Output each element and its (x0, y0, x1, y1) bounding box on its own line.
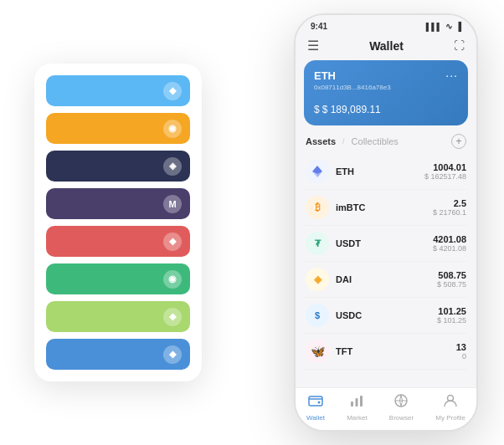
tft-usd: 0 (456, 352, 466, 361)
nav-wallet[interactable]: Wallet (306, 393, 325, 422)
menu-icon[interactable]: ☰ (307, 38, 319, 54)
nav-market[interactable]: Market (347, 393, 367, 422)
tab-separator: / (342, 137, 345, 146)
profile-nav-label: My Profile (435, 414, 465, 422)
asset-row-eth[interactable]: ETH 1004.01 $ 162517.48 (304, 154, 468, 190)
add-asset-button[interactable]: + (451, 134, 466, 149)
bar-icon: ◉ (163, 120, 182, 138)
eth-usd: $ 162517.48 (424, 172, 466, 181)
list-item[interactable]: ◆ (46, 75, 190, 106)
assets-tabs: Assets / Collectibles (306, 136, 399, 146)
list-item[interactable]: ◆ (46, 226, 190, 257)
battery-icon: ▐ (455, 22, 461, 31)
eth-card-title: ETH (314, 69, 336, 82)
svg-rect-6 (356, 398, 358, 407)
wallet-card-list: ◆ ◉ ◈ M ◆ ◉ ◆ ◆ (34, 64, 202, 381)
eth-values: 1004.01 $ 162517.48 (424, 162, 466, 181)
bottom-nav: Wallet Market Browser My Profile (296, 387, 476, 430)
nav-bar: ☰ Wallet ⛶ (296, 34, 476, 60)
status-icons: ▌▌▌ ∿ ▐ (426, 22, 461, 31)
scene: ◆ ◉ ◈ M ◆ ◉ ◆ ◆ 9:41 ▌▌▌ ∿ (18, 13, 486, 432)
imbtc-name: imBTC (336, 202, 433, 212)
imbtc-values: 2.5 $ 21760.1 (433, 198, 466, 217)
svg-rect-3 (309, 396, 322, 406)
bar-icon: ◆ (163, 233, 182, 251)
list-item[interactable]: ◉ (46, 113, 190, 144)
market-nav-label: Market (347, 414, 367, 422)
usdt-values: 4201.08 $ 4201.08 (433, 234, 466, 253)
bar-icon: ◉ (163, 270, 182, 289)
bar-icon: ◆ (163, 308, 182, 326)
browser-nav-icon (393, 393, 409, 412)
assets-header: Assets / Collectibles + (296, 134, 476, 154)
usdt-usd: $ 4201.08 (433, 244, 466, 253)
asset-row-usdc[interactable]: $ USDC 101.25 $ 101.25 (304, 298, 468, 334)
usdt-name: USDT (336, 238, 433, 248)
eth-card-more-icon[interactable]: ··· (445, 69, 458, 82)
bar-icon: ◈ (163, 157, 182, 176)
expand-icon[interactable]: ⛶ (454, 39, 465, 52)
list-item[interactable]: M (46, 188, 190, 219)
asset-row-usdt[interactable]: ₮ USDT 4201.08 $ 4201.08 (304, 226, 468, 262)
profile-nav-icon (443, 393, 458, 412)
eth-card-header: ETH ··· (314, 69, 458, 82)
usdt-icon: ₮ (306, 232, 329, 255)
wifi-icon: ∿ (445, 22, 452, 31)
tft-name: TFT (336, 346, 456, 356)
eth-wallet-card[interactable]: ETH ··· 0x08711d3B...8416a78e3 $$ 189,08… (304, 60, 468, 125)
tft-amount: 13 (456, 342, 466, 352)
nav-browser[interactable]: Browser (389, 393, 414, 422)
eth-name: ETH (336, 166, 424, 176)
svg-rect-5 (351, 402, 353, 407)
eth-address: 0x08711d3B...8416a78e3 (314, 84, 458, 91)
list-item[interactable]: ◆ (46, 301, 190, 332)
asset-row-imbtc[interactable]: ₿ imBTC 2.5 $ 21760.1 (304, 190, 468, 226)
usdc-icon: $ (306, 304, 329, 327)
usdc-name: USDC (336, 310, 437, 320)
wallet-nav-label: Wallet (306, 414, 325, 422)
svg-point-4 (318, 402, 321, 404)
bar-icon: M (163, 195, 182, 213)
imbtc-amount: 2.5 (433, 198, 466, 208)
usdc-values: 101.25 $ 101.25 (437, 306, 466, 325)
wallet-nav-icon (308, 393, 323, 412)
tab-assets[interactable]: Assets (306, 136, 336, 146)
tab-collectibles[interactable]: Collectibles (352, 136, 399, 146)
imbtc-icon: ₿ (306, 196, 329, 219)
imbtc-usd: $ 21760.1 (433, 208, 466, 217)
asset-list: ETH 1004.01 $ 162517.48 ₿ imBTC 2.5 $ 21… (296, 154, 476, 387)
usdt-amount: 4201.08 (433, 234, 466, 244)
status-bar: 9:41 ▌▌▌ ∿ ▐ (296, 15, 476, 34)
dai-icon: ◈ (306, 268, 329, 291)
nav-profile[interactable]: My Profile (435, 393, 465, 422)
page-title: Wallet (369, 39, 404, 53)
list-item[interactable]: ◉ (46, 263, 190, 294)
tft-icon: 🦋 (306, 340, 329, 363)
dai-usd: $ 508.75 (437, 280, 466, 289)
phone-frame: 9:41 ▌▌▌ ∿ ▐ ☰ Wallet ⛶ ETH ··· 0x08711d… (294, 13, 478, 432)
asset-row-dai[interactable]: ◈ DAI 508.75 $ 508.75 (304, 262, 468, 298)
bar-icon: ◆ (163, 345, 182, 364)
dai-values: 508.75 $ 508.75 (437, 270, 466, 289)
status-time: 9:41 (311, 22, 327, 31)
list-item[interactable]: ◈ (46, 151, 190, 182)
svg-rect-7 (360, 396, 363, 407)
currency-symbol: $ (314, 104, 320, 115)
list-item[interactable]: ◆ (46, 339, 190, 370)
eth-icon (306, 160, 329, 183)
tft-values: 13 0 (456, 342, 466, 361)
usdc-amount: 101.25 (437, 306, 466, 316)
browser-nav-label: Browser (389, 414, 414, 422)
dai-amount: 508.75 (437, 270, 466, 280)
bar-icon: ◆ (163, 82, 182, 100)
asset-row-tft[interactable]: 🦋 TFT 13 0 (304, 334, 468, 370)
eth-amount: 1004.01 (424, 162, 466, 172)
market-nav-icon (349, 393, 364, 412)
dai-name: DAI (336, 274, 437, 284)
signal-icon: ▌▌▌ (426, 23, 442, 31)
usdc-usd: $ 101.25 (437, 316, 466, 325)
eth-balance: $$ 189,089.11 (314, 98, 458, 117)
